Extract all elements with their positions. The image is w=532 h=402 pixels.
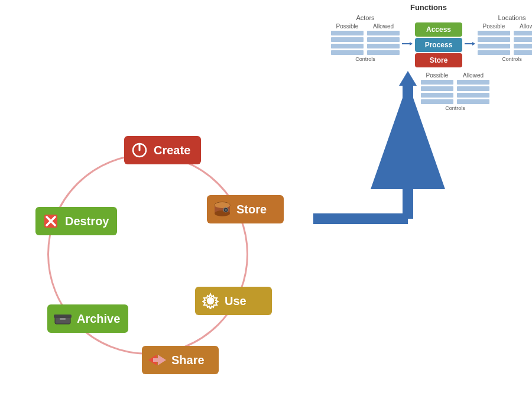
create-button[interactable]: Create <box>124 136 201 164</box>
line-item <box>331 37 364 42</box>
line-item <box>514 44 532 48</box>
possible-label-actors: Possible <box>336 23 359 30</box>
line-item <box>514 50 532 55</box>
store-function: Store <box>415 53 462 67</box>
line-item <box>478 44 510 48</box>
bottom-section: Possible Allowed <box>421 72 489 111</box>
actors-title: Actors <box>356 14 374 21</box>
line-item <box>514 37 532 42</box>
line-item <box>421 86 453 91</box>
line-item <box>457 86 489 91</box>
power-icon <box>130 141 149 160</box>
line-item <box>331 50 364 55</box>
svg-point-10 <box>215 202 230 208</box>
line-item <box>421 99 453 104</box>
store-icon <box>213 200 232 219</box>
line-item <box>478 31 510 35</box>
svg-marker-24 <box>410 42 413 46</box>
destroy-button[interactable]: Destroy <box>35 207 117 235</box>
line-item <box>478 37 510 42</box>
share-button[interactable]: Share <box>142 346 219 374</box>
locations-section: Locations Possible Allowed <box>478 14 532 62</box>
line-item <box>367 31 400 35</box>
line-item <box>457 93 489 98</box>
functions-title: Functions <box>331 3 526 12</box>
functions-diagram: Functions Actors Possible Allowed <box>331 3 526 111</box>
line-item <box>331 31 364 35</box>
possible-label-locations: Possible <box>483 23 505 30</box>
use-button[interactable]: Use <box>195 287 272 315</box>
lifecycle-container: Create Store Use <box>35 136 284 384</box>
allowed-label-locations: Allowed <box>520 23 532 30</box>
line-item <box>367 50 400 55</box>
locations-title: Locations <box>498 14 525 21</box>
line-item <box>367 37 400 42</box>
possible-label-bottom: Possible <box>426 72 449 79</box>
controls-label-bottom: Controls <box>445 105 465 111</box>
svg-marker-26 <box>472 42 475 46</box>
line-item <box>421 80 453 85</box>
store-button[interactable]: Store <box>207 195 284 223</box>
svg-rect-19 <box>60 318 66 320</box>
allowed-label-actors: Allowed <box>373 23 394 30</box>
svg-rect-18 <box>54 315 72 318</box>
controls-label-locations: Controls <box>502 56 522 62</box>
allowed-label-bottom: Allowed <box>463 72 484 79</box>
process-function: Process <box>415 38 462 52</box>
controls-label-actors: Controls <box>355 56 375 62</box>
actors-section: Actors Possible Allowed <box>331 14 400 62</box>
line-item <box>514 31 532 35</box>
archive-icon <box>53 309 72 328</box>
line-item <box>457 80 489 85</box>
line-item <box>478 50 510 55</box>
x-icon <box>41 212 60 231</box>
line-item <box>421 93 453 98</box>
access-function: Access <box>415 22 462 37</box>
archive-button[interactable]: Archive <box>47 304 128 333</box>
share-icon <box>148 351 167 369</box>
svg-point-12 <box>225 209 227 211</box>
line-item <box>457 99 489 104</box>
line-item <box>331 44 364 48</box>
line-item <box>367 44 400 48</box>
functions-stack: Access Process Store <box>415 22 462 67</box>
gear-icon <box>201 291 220 310</box>
